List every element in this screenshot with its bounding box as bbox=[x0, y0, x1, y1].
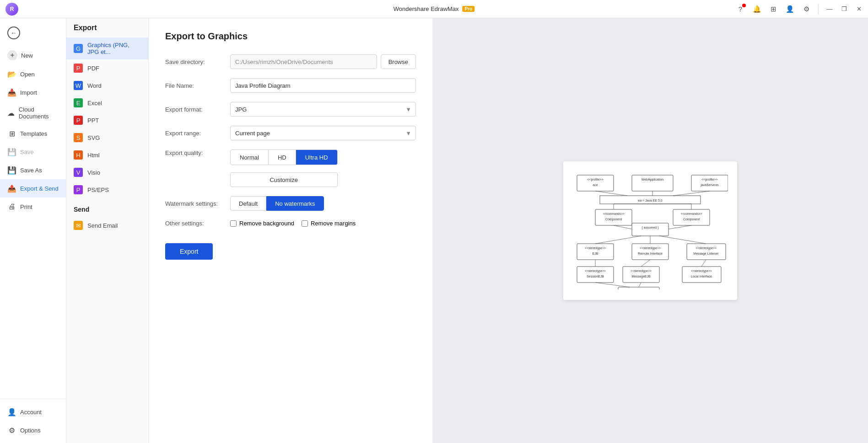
sidebar-label-word: Word bbox=[87, 82, 102, 89]
export-range-row: Export range: Current page All pages Sel… bbox=[165, 126, 416, 140]
cloud-icon: ☁ bbox=[7, 108, 15, 117]
quality-normal-button[interactable]: Normal bbox=[231, 150, 269, 165]
svg-text:<<profile>>: <<profile>> bbox=[587, 178, 603, 181]
new-icon: + bbox=[7, 50, 17, 60]
export-range-select[interactable]: Current page All pages Selected pages bbox=[230, 126, 416, 140]
nav-item-export[interactable]: 📤 Export & Send bbox=[0, 179, 66, 197]
sidebar-item-graphics[interactable]: G Graphics (PNG, JPG et... bbox=[66, 37, 148, 59]
svg-text:Component: Component bbox=[605, 218, 622, 221]
sidebar-item-word[interactable]: W Word bbox=[66, 77, 148, 94]
file-name-wrap bbox=[230, 78, 416, 93]
nav-item-templates[interactable]: ⊞ Templates bbox=[0, 124, 66, 143]
svg-text:<<stereotype>>: <<stereotype>> bbox=[640, 246, 661, 250]
export-format-wrap: JPG PNG BMP GIF TIFF SVG ▼ bbox=[230, 102, 416, 117]
sidebar-label-excel: Excel bbox=[87, 100, 102, 107]
quality-ultra-hd-button[interactable]: Ultra HD bbox=[296, 150, 337, 165]
sidebar-label-pseps: PS/EPS bbox=[87, 187, 109, 193]
import-icon: 📥 bbox=[7, 88, 16, 97]
sidebar-label-email: Send Email bbox=[87, 222, 118, 229]
nav-item-save[interactable]: 💾 Save bbox=[0, 143, 66, 161]
svg-text:MessageEJB: MessageEJB bbox=[631, 275, 651, 278]
close-button[interactable]: ✕ bbox=[855, 5, 863, 13]
svg-text:<<profile>>: <<profile>> bbox=[701, 178, 717, 181]
nav-item-cloud[interactable]: ☁ Cloud Documents bbox=[0, 101, 66, 124]
maximize-button[interactable]: ❐ bbox=[841, 5, 848, 13]
email-icon: ✉ bbox=[74, 221, 83, 230]
save-directory-row: Save directory: Browse bbox=[165, 54, 416, 69]
export-format-select[interactable]: JPG PNG BMP GIF TIFF SVG bbox=[230, 102, 416, 117]
sidebar-item-pdf[interactable]: P PDF bbox=[66, 59, 148, 77]
nav-back-button[interactable]: ← bbox=[0, 22, 66, 44]
export-range-select-wrap: Current page All pages Selected pages ▼ bbox=[230, 126, 416, 140]
svg-text:<<commands>>: <<commands>> bbox=[681, 212, 702, 215]
watermark-default-button[interactable]: Default bbox=[230, 196, 266, 211]
browse-button[interactable]: Browse bbox=[381, 54, 416, 69]
watermark-none-button[interactable]: No watermarks bbox=[266, 196, 323, 211]
pro-badge: Pro bbox=[463, 6, 475, 12]
remove-margins-text: Remove margins bbox=[311, 220, 356, 227]
nav-item-print[interactable]: 🖨 Print bbox=[0, 197, 66, 216]
remove-background-checkbox[interactable] bbox=[230, 220, 237, 227]
nav-label-save: Save bbox=[20, 149, 34, 155]
remove-background-text: Remove background bbox=[239, 220, 294, 227]
nav-item-account[interactable]: 👤 Account bbox=[0, 403, 66, 421]
nav-item-import[interactable]: 📥 Import bbox=[0, 83, 66, 101]
remove-margins-checkbox[interactable] bbox=[302, 220, 308, 227]
sidebar-item-pseps[interactable]: P PS/EPS bbox=[66, 181, 148, 198]
templates-icon: ⊞ bbox=[7, 129, 16, 138]
svg-line-49 bbox=[701, 260, 706, 267]
divider bbox=[818, 5, 819, 14]
checkbox-row: Remove background Remove margins bbox=[230, 220, 356, 227]
quality-hd-button[interactable]: HD bbox=[269, 150, 296, 165]
grid-icon[interactable]: ⊞ bbox=[769, 5, 778, 14]
other-settings-label: Other settings: bbox=[165, 220, 225, 227]
main-content: Export to Graphics Save directory: Brows… bbox=[149, 18, 868, 443]
sidebar-item-email[interactable]: ✉ Send Email bbox=[66, 217, 148, 234]
nav-label-templates: Templates bbox=[20, 130, 47, 137]
svg-line-35 bbox=[595, 236, 641, 244]
export-button[interactable]: Export bbox=[165, 243, 213, 260]
help-icon[interactable]: ? bbox=[736, 5, 745, 14]
nav-label-cloud: Cloud Documents bbox=[19, 106, 59, 120]
nav-item-open[interactable]: 📂 Open bbox=[0, 65, 66, 83]
watermark-group: Default No watermarks bbox=[230, 196, 324, 211]
notification-icon[interactable]: 🔔 bbox=[752, 5, 761, 14]
sidebar-item-visio[interactable]: V Visio bbox=[66, 164, 148, 181]
minimize-button[interactable]: — bbox=[826, 5, 833, 13]
send-section-title: Send bbox=[66, 198, 148, 217]
sidebar-item-ppt[interactable]: P PPT bbox=[66, 112, 148, 129]
settings-icon[interactable]: ⚙ bbox=[802, 5, 811, 14]
nav-label-options: Options bbox=[20, 427, 41, 434]
user-avatar[interactable]: R bbox=[5, 3, 18, 16]
nav-item-options[interactable]: ⚙ Options bbox=[0, 421, 66, 439]
file-name-label: File Name: bbox=[165, 82, 225, 89]
sidebar-item-excel[interactable]: E Excel bbox=[66, 94, 148, 112]
saveas-icon: 💾 bbox=[7, 165, 16, 175]
nav-item-new[interactable]: + New bbox=[0, 46, 66, 65]
svg-line-53 bbox=[595, 283, 630, 287]
app-body: ← + New 📂 Open 📥 Import ☁ Cloud Document… bbox=[0, 18, 868, 443]
export-format-select-wrap: JPG PNG BMP GIF TIFF SVG ▼ bbox=[230, 102, 416, 117]
pdf-icon: P bbox=[74, 64, 83, 73]
svg-rect-22 bbox=[632, 223, 669, 236]
save-directory-input[interactable] bbox=[230, 54, 377, 69]
profile-icon[interactable]: 👤 bbox=[785, 5, 794, 14]
export-sidebar-title: Export bbox=[66, 24, 148, 37]
svg-text:{ assumed }: { assumed } bbox=[642, 226, 659, 230]
svg-text:Remote Interface: Remote Interface bbox=[638, 252, 663, 255]
sidebar-item-html[interactable]: H Html bbox=[66, 146, 148, 164]
save-directory-label: Save directory: bbox=[165, 59, 225, 65]
sidebar-label-visio: Visio bbox=[87, 169, 100, 176]
svg-line-10 bbox=[595, 191, 627, 196]
remove-background-checkbox-label[interactable]: Remove background bbox=[230, 220, 294, 227]
left-nav: ← + New 📂 Open 📥 Import ☁ Cloud Document… bbox=[0, 18, 66, 443]
customize-button[interactable]: Customize bbox=[230, 172, 338, 187]
sidebar-item-svg[interactable]: S SVG bbox=[66, 129, 148, 146]
remove-margins-checkbox-label[interactable]: Remove margins bbox=[302, 220, 356, 227]
svg-text:<<stereotype>>: <<stereotype>> bbox=[585, 269, 606, 273]
svg-text:WebApplication: WebApplication bbox=[642, 178, 664, 181]
file-name-input[interactable] bbox=[230, 78, 416, 93]
export-panel: Export to Graphics Save directory: Brows… bbox=[149, 18, 432, 443]
nav-item-saveas[interactable]: 💾 Save As bbox=[0, 161, 66, 179]
back-icon: ← bbox=[7, 27, 20, 39]
